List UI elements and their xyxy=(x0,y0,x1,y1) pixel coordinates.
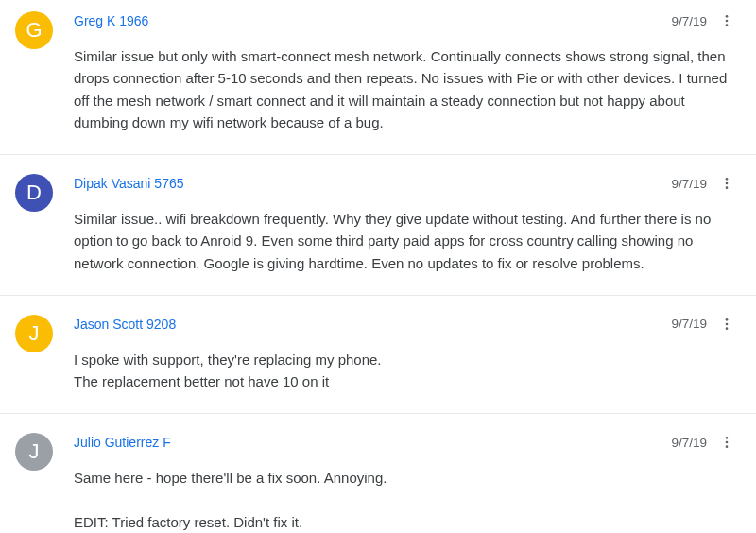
comment-item: G Greg K 1966 9/7/19 Similar issue but o… xyxy=(0,0,756,155)
author-link[interactable]: Jason Scott 9208 xyxy=(74,317,176,332)
avatar[interactable]: J xyxy=(15,433,53,471)
comment-body: Julio Gutierrez F 9/7/19 Same here - hop… xyxy=(74,431,735,533)
comment-text: Same here - hope there'll be a fix soon.… xyxy=(74,467,735,533)
comment-date: 9/7/19 xyxy=(671,317,707,331)
comment-item: D Dipak Vasani 5765 9/7/19 Similar issue… xyxy=(0,155,756,296)
comment-header: Jason Scott 9208 9/7/19 xyxy=(74,313,735,335)
svg-point-2 xyxy=(726,24,729,26)
more-vert-icon xyxy=(719,13,734,28)
avatar[interactable]: G xyxy=(15,11,53,49)
comment-body: Jason Scott 9208 9/7/19 I spoke with sup… xyxy=(74,313,735,393)
more-vert-icon xyxy=(719,317,734,332)
avatar[interactable]: J xyxy=(15,315,53,352)
svg-point-10 xyxy=(726,441,729,444)
comment-list: G Greg K 1966 9/7/19 Similar issue but o… xyxy=(0,0,756,533)
comment-body: Dipak Vasani 5765 9/7/19 Similar issue..… xyxy=(74,172,735,274)
svg-point-5 xyxy=(726,186,729,189)
more-options-button[interactable] xyxy=(718,172,735,195)
svg-point-7 xyxy=(726,322,729,325)
more-vert-icon xyxy=(719,176,734,191)
svg-point-0 xyxy=(726,15,729,18)
comment-item: J Jason Scott 9208 9/7/19 I spoke with s… xyxy=(0,296,756,415)
comment-text: I spoke with support, they're replacing … xyxy=(74,349,735,393)
comment-header: Julio Gutierrez F 9/7/19 xyxy=(74,431,735,454)
more-options-button[interactable] xyxy=(718,9,735,32)
avatar[interactable]: D xyxy=(15,174,53,212)
svg-point-1 xyxy=(726,20,729,23)
comment-body: Greg K 1966 9/7/19 Similar issue but onl… xyxy=(74,9,735,133)
comment-header: Greg K 1966 9/7/19 xyxy=(74,9,735,32)
svg-point-11 xyxy=(726,446,729,449)
author-link[interactable]: Dipak Vasani 5765 xyxy=(74,176,183,191)
comment-header: Dipak Vasani 5765 9/7/19 xyxy=(74,172,735,195)
svg-point-9 xyxy=(726,437,729,439)
comment-date: 9/7/19 xyxy=(671,177,707,191)
comment-text: Similar issue but only with smart-connec… xyxy=(74,45,735,133)
more-vert-icon xyxy=(719,435,734,450)
comment-date: 9/7/19 xyxy=(671,14,707,28)
svg-point-6 xyxy=(726,318,729,321)
svg-point-8 xyxy=(726,327,729,330)
author-link[interactable]: Greg K 1966 xyxy=(74,13,148,28)
svg-point-4 xyxy=(726,182,729,185)
author-link[interactable]: Julio Gutierrez F xyxy=(74,435,171,450)
more-options-button[interactable] xyxy=(718,431,735,454)
comment-item: J Julio Gutierrez F 9/7/19 Same here - h… xyxy=(0,414,756,533)
more-options-button[interactable] xyxy=(718,313,735,335)
comment-date: 9/7/19 xyxy=(671,436,707,450)
comment-text: Similar issue.. wifi breakdown frequentl… xyxy=(74,208,735,274)
svg-point-3 xyxy=(726,178,729,181)
